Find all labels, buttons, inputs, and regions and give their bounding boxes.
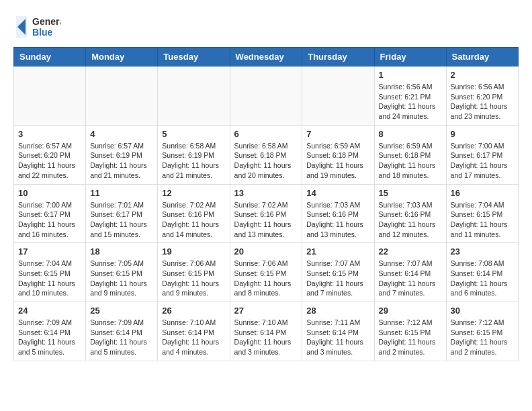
day-number: 5 [162, 129, 225, 139]
day-number: 14 [306, 188, 369, 198]
calendar-cell: 19Sunrise: 7:06 AMSunset: 6:15 PMDayligh… [158, 243, 230, 302]
day-info: Sunrise: 7:00 AMSunset: 6:17 PMDaylight:… [18, 200, 81, 240]
col-header-tuesday: Tuesday [158, 48, 230, 66]
week-row-4: 17Sunrise: 7:04 AMSunset: 6:15 PMDayligh… [14, 243, 519, 302]
day-number: 7 [306, 129, 369, 139]
day-number: 17 [18, 246, 81, 257]
calendar-table: SundayMondayTuesdayWednesdayThursdayFrid… [13, 47, 519, 361]
day-number: 12 [162, 188, 225, 198]
calendar-cell [230, 66, 302, 126]
day-number: 9 [451, 129, 514, 139]
calendar-cell: 14Sunrise: 7:03 AMSunset: 6:16 PMDayligh… [302, 184, 374, 243]
calendar-cell: 5Sunrise: 6:58 AMSunset: 6:19 PMDaylight… [158, 125, 230, 184]
day-number: 30 [451, 306, 514, 316]
day-info: Sunrise: 7:04 AMSunset: 6:15 PMDaylight:… [451, 200, 514, 240]
calendar-cell: 3Sunrise: 6:57 AMSunset: 6:20 PMDaylight… [14, 125, 86, 184]
calendar-cell: 29Sunrise: 7:12 AMSunset: 6:15 PMDayligh… [374, 302, 446, 361]
calendar-cell: 25Sunrise: 7:09 AMSunset: 6:14 PMDayligh… [86, 302, 158, 361]
col-header-thursday: Thursday [302, 48, 374, 66]
day-info: Sunrise: 7:00 AMSunset: 6:17 PMDaylight:… [451, 141, 514, 181]
calendar-cell: 10Sunrise: 7:00 AMSunset: 6:17 PMDayligh… [14, 184, 86, 243]
day-number: 24 [18, 306, 81, 316]
day-info: Sunrise: 6:56 AMSunset: 6:21 PMDaylight:… [379, 82, 442, 122]
svg-text:Blue: Blue [32, 27, 53, 38]
calendar-cell [302, 66, 374, 126]
day-info: Sunrise: 6:59 AMSunset: 6:18 PMDaylight:… [379, 141, 442, 181]
day-info: Sunrise: 7:07 AMSunset: 6:14 PMDaylight:… [379, 259, 442, 298]
calendar-cell: 28Sunrise: 7:11 AMSunset: 6:14 PMDayligh… [302, 302, 374, 361]
day-info: Sunrise: 6:59 AMSunset: 6:18 PMDaylight:… [306, 141, 369, 181]
day-number: 13 [234, 188, 298, 198]
day-number: 18 [90, 246, 153, 257]
calendar-cell: 13Sunrise: 7:02 AMSunset: 6:16 PMDayligh… [230, 184, 302, 243]
day-number: 19 [162, 246, 225, 257]
logo: GeneralBlue [13, 13, 60, 40]
day-number: 29 [379, 306, 442, 316]
col-header-wednesday: Wednesday [230, 48, 302, 66]
day-number: 28 [306, 306, 369, 316]
col-header-monday: Monday [86, 48, 158, 66]
day-info: Sunrise: 7:07 AMSunset: 6:15 PMDaylight:… [306, 259, 369, 298]
calendar-cell: 1Sunrise: 6:56 AMSunset: 6:21 PMDaylight… [374, 66, 446, 126]
calendar-header-row: SundayMondayTuesdayWednesdayThursdayFrid… [14, 48, 519, 66]
calendar-cell: 22Sunrise: 7:07 AMSunset: 6:14 PMDayligh… [374, 243, 446, 302]
calendar-cell: 6Sunrise: 6:58 AMSunset: 6:18 PMDaylight… [230, 125, 302, 184]
day-number: 27 [234, 306, 298, 316]
day-info: Sunrise: 7:02 AMSunset: 6:16 PMDaylight:… [162, 200, 225, 240]
svg-text:General: General [32, 16, 60, 27]
day-info: Sunrise: 7:06 AMSunset: 6:15 PMDaylight:… [234, 259, 298, 298]
day-number: 20 [234, 246, 298, 257]
day-number: 15 [379, 188, 442, 198]
calendar-cell: 26Sunrise: 7:10 AMSunset: 6:14 PMDayligh… [158, 302, 230, 361]
day-number: 22 [379, 246, 442, 257]
day-number: 16 [451, 188, 514, 198]
calendar-cell: 4Sunrise: 6:57 AMSunset: 6:19 PMDaylight… [86, 125, 158, 184]
calendar-cell: 7Sunrise: 6:59 AMSunset: 6:18 PMDaylight… [302, 125, 374, 184]
day-info: Sunrise: 7:03 AMSunset: 6:16 PMDaylight:… [379, 200, 442, 240]
calendar-cell [14, 66, 86, 126]
calendar-cell [158, 66, 230, 126]
day-info: Sunrise: 7:01 AMSunset: 6:17 PMDaylight:… [90, 200, 153, 240]
day-info: Sunrise: 7:12 AMSunset: 6:15 PMDaylight:… [451, 318, 514, 357]
day-number: 1 [379, 70, 442, 80]
calendar-cell: 18Sunrise: 7:05 AMSunset: 6:15 PMDayligh… [86, 243, 158, 302]
day-info: Sunrise: 7:10 AMSunset: 6:14 PMDaylight:… [162, 318, 225, 357]
day-info: Sunrise: 6:58 AMSunset: 6:18 PMDaylight:… [234, 141, 298, 181]
calendar-cell: 30Sunrise: 7:12 AMSunset: 6:15 PMDayligh… [446, 302, 518, 361]
day-info: Sunrise: 6:58 AMSunset: 6:19 PMDaylight:… [162, 141, 225, 181]
calendar-cell: 9Sunrise: 7:00 AMSunset: 6:17 PMDaylight… [446, 125, 518, 184]
calendar-cell: 16Sunrise: 7:04 AMSunset: 6:15 PMDayligh… [446, 184, 518, 243]
day-number: 4 [90, 129, 153, 139]
calendar-cell: 24Sunrise: 7:09 AMSunset: 6:14 PMDayligh… [14, 302, 86, 361]
day-number: 6 [234, 129, 298, 139]
calendar-cell: 27Sunrise: 7:10 AMSunset: 6:14 PMDayligh… [230, 302, 302, 361]
day-number: 3 [18, 129, 81, 139]
calendar-cell: 15Sunrise: 7:03 AMSunset: 6:16 PMDayligh… [374, 184, 446, 243]
day-number: 11 [90, 188, 153, 198]
week-row-5: 24Sunrise: 7:09 AMSunset: 6:14 PMDayligh… [14, 302, 519, 361]
calendar-cell: 12Sunrise: 7:02 AMSunset: 6:16 PMDayligh… [158, 184, 230, 243]
week-row-3: 10Sunrise: 7:00 AMSunset: 6:17 PMDayligh… [14, 184, 519, 243]
col-header-saturday: Saturday [446, 48, 518, 66]
day-info: Sunrise: 6:56 AMSunset: 6:20 PMDaylight:… [451, 82, 514, 122]
day-number: 8 [379, 129, 442, 139]
day-number: 23 [451, 246, 514, 257]
day-info: Sunrise: 7:10 AMSunset: 6:14 PMDaylight:… [234, 318, 298, 357]
col-header-sunday: Sunday [14, 48, 86, 66]
logo-svg: GeneralBlue [13, 13, 60, 40]
day-info: Sunrise: 7:09 AMSunset: 6:14 PMDaylight:… [90, 318, 153, 357]
calendar-cell: 20Sunrise: 7:06 AMSunset: 6:15 PMDayligh… [230, 243, 302, 302]
day-info: Sunrise: 7:02 AMSunset: 6:16 PMDaylight:… [234, 200, 298, 240]
day-info: Sunrise: 7:08 AMSunset: 6:14 PMDaylight:… [451, 259, 514, 298]
calendar-cell: 11Sunrise: 7:01 AMSunset: 6:17 PMDayligh… [86, 184, 158, 243]
calendar-cell: 21Sunrise: 7:07 AMSunset: 6:15 PMDayligh… [302, 243, 374, 302]
day-number: 21 [306, 246, 369, 257]
day-info: Sunrise: 7:09 AMSunset: 6:14 PMDaylight:… [18, 318, 81, 357]
day-info: Sunrise: 7:05 AMSunset: 6:15 PMDaylight:… [90, 259, 153, 298]
col-header-friday: Friday [374, 48, 446, 66]
calendar-cell: 2Sunrise: 6:56 AMSunset: 6:20 PMDaylight… [446, 66, 518, 126]
day-info: Sunrise: 7:12 AMSunset: 6:15 PMDaylight:… [379, 318, 442, 357]
calendar-cell: 23Sunrise: 7:08 AMSunset: 6:14 PMDayligh… [446, 243, 518, 302]
day-info: Sunrise: 7:04 AMSunset: 6:15 PMDaylight:… [18, 259, 81, 298]
day-info: Sunrise: 7:11 AMSunset: 6:14 PMDaylight:… [306, 318, 369, 357]
